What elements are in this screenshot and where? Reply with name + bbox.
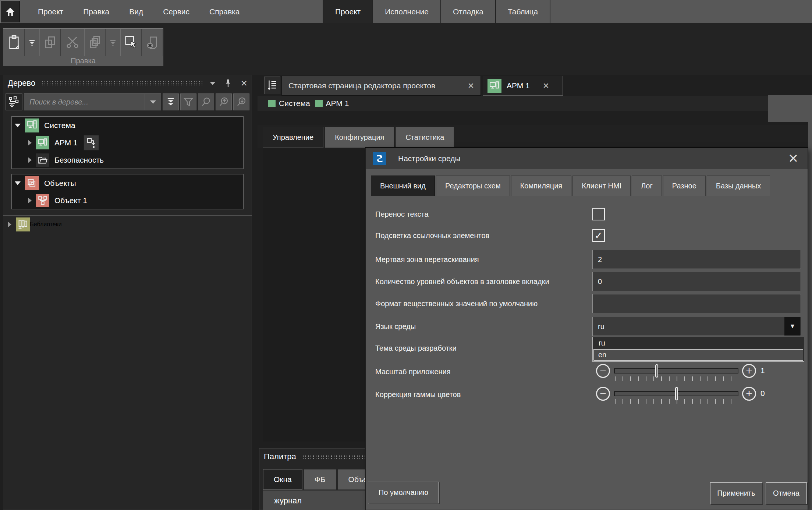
tab-configuration[interactable]: Конфигурация — [325, 127, 394, 148]
tree-search-input[interactable] — [24, 94, 145, 110]
tab-hmi-client[interactable]: Клиент HMI — [572, 176, 631, 196]
cursor-select-icon — [124, 35, 138, 50]
copy-button[interactable] — [39, 29, 61, 56]
tree-item-arm1[interactable]: АРМ 1 — [12, 134, 243, 151]
field-label: Масштаб приложения — [375, 368, 592, 376]
expander-closed-icon[interactable] — [28, 157, 32, 163]
expander-open-icon[interactable] — [15, 124, 21, 127]
settings-tab-strip: Внешний вид Редакторы схем Компиляция Кл… — [371, 176, 771, 196]
menu-project[interactable]: Проект — [28, 0, 73, 23]
expander-open-icon[interactable] — [15, 181, 21, 185]
menu-help[interactable]: Справка — [199, 0, 249, 23]
field-label: Коррекция гаммы цветов — [375, 390, 592, 399]
tree-structure-icon — [8, 96, 20, 108]
cancel-button[interactable]: Отмена — [766, 482, 807, 504]
dialog-title-bar: Настройки среды × — [366, 148, 808, 169]
tab-title-levels-input[interactable] — [592, 272, 801, 291]
breadcrumb-system[interactable]: Система — [268, 99, 310, 108]
tab-appearance[interactable]: Внешний вид — [371, 176, 435, 196]
search-history-button[interactable] — [145, 94, 161, 110]
insert-options-button[interactable] — [106, 29, 120, 56]
paste-button[interactable] — [3, 29, 25, 56]
tree-item-libraries[interactable]: Библиотеки — [3, 215, 252, 233]
expander-closed-icon[interactable] — [28, 198, 32, 203]
tab-databases[interactable]: Базы данных — [707, 176, 770, 196]
language-combobox[interactable]: ru ▼ — [592, 317, 801, 336]
doc-tab-label: АРМ 1 — [507, 81, 530, 90]
delete-button[interactable] — [142, 29, 163, 56]
tab-control[interactable]: Управление — [263, 127, 323, 148]
slider-thumb[interactable] — [675, 387, 678, 400]
expand-all-button[interactable] — [163, 93, 179, 110]
doc-tab-start-page[interactable]: Стартовая страница редактора проектов × — [281, 76, 481, 96]
wrap-text-checkbox[interactable] — [592, 208, 605, 220]
combo-dropdown-button[interactable]: ▼ — [784, 317, 801, 336]
tab-compilation[interactable]: Компиляция — [511, 176, 571, 196]
increase-button[interactable]: + — [742, 364, 756, 378]
filter-funnel-icon — [183, 96, 194, 107]
tab-log[interactable]: Лог — [632, 176, 662, 196]
panel-drag-handle[interactable] — [42, 81, 203, 85]
search-down-button[interactable] — [233, 93, 249, 110]
doc-tab-arm1[interactable]: АРМ 1 × — [483, 76, 563, 96]
menu-view[interactable]: Вид — [119, 0, 153, 23]
expander-closed-icon[interactable] — [28, 140, 32, 146]
mode-tab-runtime[interactable]: Исполнение — [373, 0, 441, 23]
expander-closed-icon[interactable] — [8, 222, 11, 227]
select-button[interactable] — [120, 29, 142, 56]
panel-pin-button[interactable] — [224, 78, 233, 88]
search-button[interactable] — [198, 93, 214, 110]
mode-tab-project[interactable]: Проект — [323, 0, 373, 23]
search-down-icon — [236, 96, 247, 107]
highlight-refs-checkbox[interactable]: ✓ — [592, 229, 605, 242]
panel-menu-button[interactable] — [210, 82, 216, 85]
language-option-en[interactable]: en — [593, 349, 803, 361]
tree-panel: Дерево × — [3, 75, 252, 510]
slider-track[interactable] — [614, 368, 738, 373]
menu-edit[interactable]: Правка — [73, 0, 119, 23]
tab-statistics[interactable]: Статистика — [396, 127, 454, 148]
breadcrumb-arm1[interactable]: АРМ 1 — [315, 99, 349, 108]
mode-tab-table[interactable]: Таблица — [496, 0, 550, 23]
home-button[interactable] — [1, 1, 20, 22]
tree-item-objects[interactable]: Объекты — [12, 174, 243, 192]
defaults-button[interactable]: По умолчанию — [368, 482, 439, 503]
panel-close-button[interactable]: × — [241, 79, 247, 87]
decrease-button[interactable]: − — [596, 387, 610, 401]
tab-scheme-editors[interactable]: Редакторы схем — [436, 176, 510, 196]
tree-item-object1[interactable]: Объект 1 — [12, 192, 243, 209]
close-tab-icon[interactable]: × — [537, 80, 549, 92]
language-option-ru[interactable]: ru — [593, 337, 804, 349]
environment-settings-dialog: Настройки среды × Внешний вид Редакторы … — [365, 148, 808, 510]
objects-icon — [25, 176, 39, 190]
tree-item-system[interactable]: Система — [12, 117, 243, 134]
tab-list-button[interactable] — [264, 77, 280, 94]
increase-button[interactable]: + — [742, 387, 756, 401]
tab-misc[interactable]: Разное — [663, 176, 706, 196]
decrease-button[interactable]: − — [596, 364, 610, 378]
palette-tab-fb[interactable]: ФБ — [304, 469, 336, 490]
slider-ticks — [615, 376, 738, 381]
drag-deadzone-input[interactable] — [592, 250, 801, 269]
menu-service[interactable]: Сервис — [153, 0, 199, 23]
cut-button[interactable] — [61, 29, 84, 56]
tree-settings-button[interactable] — [6, 93, 22, 110]
application-window: Проект Правка Вид Сервис Справка Проект … — [0, 0, 812, 510]
mode-tab-debug[interactable]: Отладка — [441, 0, 496, 23]
toolbar-group-label: Правка — [3, 56, 163, 66]
palette-tab-windows[interactable]: Окна — [263, 469, 302, 490]
copy-icon — [43, 35, 57, 49]
palette-item-journal[interactable]: журнал — [274, 496, 302, 506]
duplicate-button[interactable] — [84, 29, 106, 56]
form-row-gamma: Коррекция гаммы цветов − + 0 — [375, 383, 800, 406]
real-format-input[interactable] — [592, 294, 801, 313]
paste-options-button[interactable] — [25, 29, 39, 56]
slider-thumb[interactable] — [655, 364, 658, 378]
search-up-button[interactable] — [216, 93, 232, 110]
tree-item-security[interactable]: Безопасность — [12, 151, 243, 169]
dialog-close-button[interactable]: × — [788, 150, 798, 166]
apply-button[interactable]: Применить — [710, 482, 762, 504]
filter-button[interactable] — [180, 93, 196, 110]
close-tab-icon[interactable]: × — [462, 80, 474, 92]
slider-track[interactable] — [614, 391, 738, 396]
